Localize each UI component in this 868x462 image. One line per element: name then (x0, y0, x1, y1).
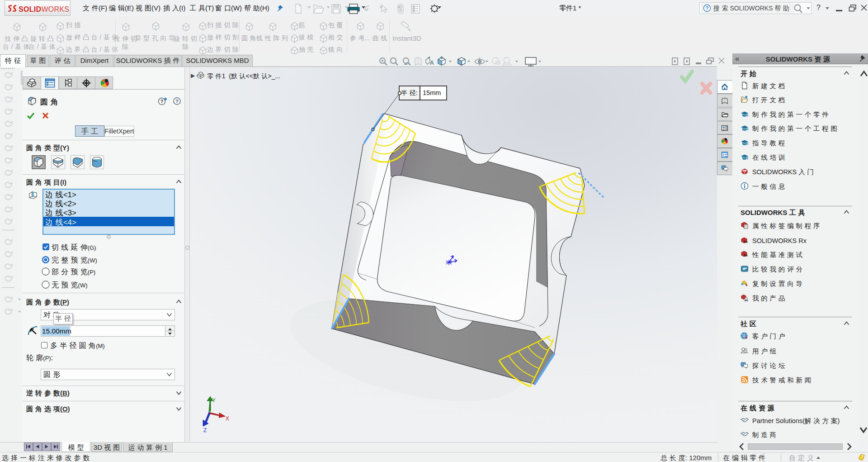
svg-text:Rx: Rx (744, 254, 748, 257)
svg-text:A: A (430, 60, 434, 66)
svg-text:SOLIDWORKS: SOLIDWORKS (19, 5, 69, 13)
svg-text:Z: Z (203, 427, 207, 433)
svg-text:Rx: Rx (744, 240, 748, 243)
svg-text:?: ? (706, 5, 709, 11)
svg-text:SW: SW (743, 169, 746, 172)
svg-text:?: ? (160, 99, 164, 104)
svg-text:?: ? (175, 99, 179, 104)
svg-text:X: X (226, 415, 229, 422)
svg-text:Y: Y (212, 397, 216, 404)
